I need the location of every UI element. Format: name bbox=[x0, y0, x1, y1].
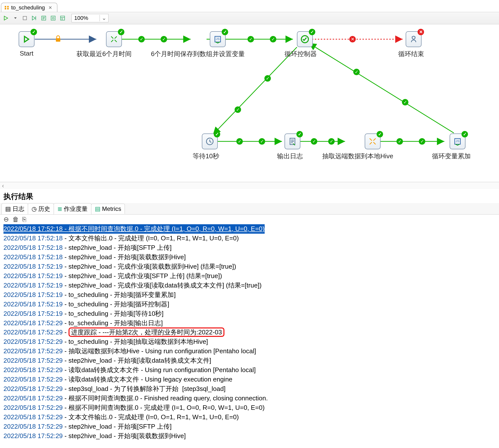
zoom-select[interactable]: 100% ⌄ bbox=[71, 14, 108, 22]
log-ts: 2022/05/18 17:52:18 bbox=[3, 234, 63, 242]
log-msg: 读取data转换成文本文件 - Using legacy execution e… bbox=[69, 376, 232, 383]
reset-button[interactable] bbox=[50, 15, 57, 22]
node-loop-ctrl[interactable]: ✓ 循环控制器 bbox=[293, 31, 317, 58]
svg-text:✓: ✓ bbox=[420, 139, 424, 144]
log-msg: step2hive_load - 开始项[SFTP 上传] bbox=[69, 244, 172, 251]
log-row[interactable]: 2022/05/18 17:52:29 - step2hive_load - 开… bbox=[3, 431, 496, 441]
log-row[interactable]: 2022/05/18 17:52:29 - 根据不同时间查询数据.0 - 完成处… bbox=[3, 403, 496, 413]
log-row[interactable]: 2022/05/18 17:52:19 - to_scheduling - 开始… bbox=[3, 290, 496, 300]
svg-line-13 bbox=[309, 43, 454, 133]
log-row[interactable]: 2022/05/18 17:52:29 - 根据不同时间查询数据.0 - Fin… bbox=[3, 394, 496, 403]
list-icon: ▤ bbox=[5, 205, 11, 212]
svg-point-22 bbox=[349, 36, 356, 42]
log-ts: 2022/05/18 17:52:19 bbox=[3, 300, 63, 308]
svg-point-3 bbox=[52, 17, 54, 19]
svg-rect-44 bbox=[56, 38, 60, 42]
log-row[interactable]: 2022/05/18 17:52:29 - to_scheduling - 开始… bbox=[3, 319, 496, 328]
log-ts: 2022/05/18 17:52:29 bbox=[3, 432, 63, 440]
svg-text:✕: ✕ bbox=[351, 37, 355, 42]
log-row[interactable]: 2022/05/18 17:52:29 - step3sql_load - 为了… bbox=[3, 384, 496, 394]
log-row[interactable]: 2022/05/18 17:52:19 - step2hive_load - 完… bbox=[3, 281, 496, 290]
node-loop-end[interactable]: ✕ 循环结束 bbox=[403, 31, 424, 58]
log-row[interactable]: 2022/05/18 17:52:29 - 读取data转换成文本文件 - Us… bbox=[3, 375, 496, 384]
log-msg: step3sql_load - 为了转换解除补丁开始 [step3sql_loa… bbox=[69, 385, 226, 392]
node-label: 输出日志 bbox=[277, 152, 303, 160]
canvas[interactable]: ✓ ✓ ✓ ✓ ✕ ✓ ✓ ✓ ✓ ✓ ✓ ✓ ✓ ✓ ✓ ✓ Start ✓ … bbox=[0, 24, 499, 182]
zoom-value: 100% bbox=[72, 15, 100, 21]
svg-point-49 bbox=[412, 36, 413, 37]
tab-log[interactable]: ▤日志 bbox=[1, 203, 28, 214]
run-dropdown-icon[interactable] bbox=[12, 15, 19, 22]
log-msg: to_scheduling - 开始项[等待10秒] bbox=[69, 310, 164, 317]
log-msg: to_scheduling - 开始项[循环变量累加] bbox=[69, 291, 176, 298]
node-log[interactable]: ✓ 输出日志 bbox=[282, 133, 303, 160]
svg-point-14 bbox=[138, 36, 145, 42]
toolbar: 100% ⌄ bbox=[0, 12, 499, 24]
log-row[interactable]: 2022/05/18 17:52:29 - 读取data转换成文本文件 - Us… bbox=[3, 365, 496, 375]
log-row[interactable]: 2022/05/18 17:52:18 - 文本文件输出.0 - 完成处理 (I… bbox=[3, 234, 496, 243]
close-icon[interactable]: ✕ bbox=[48, 5, 52, 10]
log-msg: to_scheduling - 开始项[抽取远端数据到本地Hive] bbox=[69, 338, 208, 345]
svg-point-36 bbox=[396, 138, 403, 145]
editor-tab[interactable]: to_scheduling ✕ bbox=[1, 3, 57, 12]
log-row[interactable]: 2022/05/18 17:52:29 - step2hive_load - 开… bbox=[3, 356, 496, 365]
layout-button[interactable] bbox=[59, 15, 66, 22]
svg-text:✓: ✓ bbox=[162, 37, 166, 42]
svg-point-24 bbox=[264, 75, 271, 82]
run-button[interactable] bbox=[2, 15, 9, 22]
svg-rect-2 bbox=[51, 16, 55, 20]
clock-icon: ◷ bbox=[32, 205, 37, 212]
log-msg: to_scheduling - 开始项[输出日志] bbox=[69, 319, 163, 327]
tab-metrics[interactable]: ▤Metrics bbox=[91, 204, 125, 214]
log-row[interactable]: 2022/05/18 17:52:19 - step2hive_load - 完… bbox=[3, 262, 496, 271]
node-hive[interactable]: ✓ 抽取远端数据到本地Hive bbox=[352, 133, 393, 160]
svg-text:✓: ✓ bbox=[260, 139, 264, 144]
node-get-months[interactable]: ✓ 获取最近6个月时间 bbox=[96, 31, 132, 58]
log-msg: 文本文件输出.0 - 完成处理 (I=0, O=1, R=1, W=1, U=0… bbox=[69, 413, 239, 421]
trash-icon[interactable]: 🗑 bbox=[12, 216, 19, 223]
collapse-icon[interactable]: ⊖ bbox=[3, 216, 9, 223]
svg-text:✓: ✓ bbox=[271, 37, 275, 42]
tab-title: to_scheduling bbox=[11, 4, 45, 11]
log-row[interactable]: 2022/05/18 17:52:19 - to_scheduling - 开始… bbox=[3, 309, 496, 319]
svg-text:✓: ✓ bbox=[355, 69, 358, 74]
log-row[interactable]: 2022/05/18 17:52:18 - step2hive_load - 开… bbox=[3, 243, 496, 253]
log-row[interactable]: 2022/05/18 17:52:29 - 抽取远端数据到本地Hive - Us… bbox=[3, 347, 496, 356]
log-ts: 2022/05/18 17:52:29 bbox=[3, 338, 63, 345]
copy-icon[interactable]: ⎘ bbox=[22, 216, 26, 223]
hscroll-left-icon[interactable]: ‹ bbox=[0, 182, 499, 189]
bars-icon: ≣ bbox=[57, 205, 62, 212]
svg-point-48 bbox=[412, 36, 415, 39]
sql-button[interactable] bbox=[40, 15, 47, 22]
node-label: 获取最近6个月时间 bbox=[76, 50, 132, 58]
node-start[interactable]: ✓ Start bbox=[19, 31, 35, 57]
log-ts: 2022/05/18 17:52:29 bbox=[3, 328, 63, 336]
log-row[interactable]: 2022/05/18 17:52:29 - step2hive_load - 开… bbox=[3, 422, 496, 431]
svg-point-26 bbox=[235, 106, 241, 113]
tab-job-metrics[interactable]: ≣作业度量 bbox=[54, 203, 91, 214]
log-msg: 根据不同时间查询数据.0 - Finished reading query, c… bbox=[69, 394, 268, 402]
replay-button[interactable] bbox=[31, 15, 38, 22]
node-set-vars[interactable]: JS✓ 6个月时间保存到数组并设置变量 bbox=[191, 31, 245, 58]
log-row[interactable]: 2022/05/18 17:52:29 - 文本文件输出.0 - 完成处理 (I… bbox=[3, 413, 496, 422]
svg-text:✓: ✓ bbox=[312, 139, 316, 144]
tab-history[interactable]: ◷历史 bbox=[28, 203, 54, 214]
log-ts: 2022/05/18 17:52:29 bbox=[3, 413, 63, 421]
log-row[interactable]: 2022/05/18 17:52:18 - step2hive_load - 开… bbox=[3, 253, 496, 262]
svg-text:✓: ✓ bbox=[140, 37, 143, 42]
stop-button[interactable] bbox=[21, 15, 28, 22]
log-row[interactable]: 2022/05/18 17:52:29 - to_scheduling - 开始… bbox=[3, 337, 496, 347]
node-wait[interactable]: ✓ 等待10秒 bbox=[201, 133, 219, 160]
log-row[interactable]: 2022/05/18 17:52:19 - to_scheduling - 开始… bbox=[3, 300, 496, 309]
svg-rect-0 bbox=[23, 16, 27, 20]
node-label: 循环控制器 bbox=[285, 50, 317, 58]
svg-point-38 bbox=[419, 138, 425, 145]
svg-point-30 bbox=[259, 138, 265, 145]
log-row[interactable]: 2022/05/18 17:52:18 - 根据不同时间查询数据.0 - 完成处… bbox=[3, 224, 265, 234]
node-incr[interactable]: JS✓ 循环变量累加 bbox=[444, 133, 471, 160]
log-msg: 抽取远端数据到本地Hive - Using run configuration … bbox=[69, 347, 256, 355]
log-row[interactable]: 2022/05/18 17:52:29 - 进度跟踪 - ---开始第2次，处理… bbox=[3, 328, 496, 337]
log-panel[interactable]: 2022/05/18 17:52:18 - 根据不同时间查询数据.0 - 完成处… bbox=[0, 224, 499, 444]
log-ts: 2022/05/18 17:52:19 bbox=[3, 310, 63, 317]
log-row[interactable]: 2022/05/18 17:52:19 - step2hive_load - 完… bbox=[3, 271, 496, 281]
